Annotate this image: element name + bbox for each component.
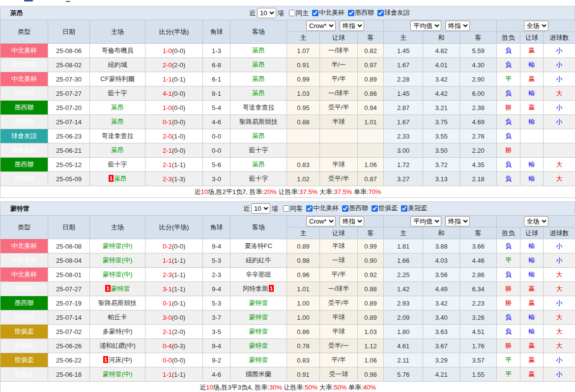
goals-result-cell: 大 [544, 339, 575, 353]
home-team-cell: 多蒙特(中) [90, 325, 145, 339]
avg-source-select[interactable]: 平均值 [410, 21, 441, 31]
league-checkbox[interactable] [348, 10, 354, 16]
rounds-select[interactable]: 10 [257, 8, 276, 18]
score-cell: 2-3(1-1) [145, 268, 203, 282]
away-team-cell: 蒙特雷 [230, 325, 287, 339]
same-venue-checkbox[interactable] [283, 205, 289, 212]
league-checkbox[interactable] [342, 205, 348, 212]
avg-away-cell: 2.90 [460, 72, 497, 86]
team-name-text: CF蒙特利爾 [100, 75, 134, 83]
team-name-text: 聖路易斯競技 [98, 299, 137, 307]
league-checkbox[interactable] [372, 205, 378, 212]
odds-away-cell: 1.01 [358, 115, 384, 129]
score-cell: 2-1(2-0) [145, 325, 203, 339]
summary-segment: 30% [269, 384, 282, 391]
corner-cell: 9-2 [203, 353, 230, 367]
matches-table-leon: 类型 日期 主场 比分(半场) 角球 客场 Crow* 终指 平均值 终指 全场 [0, 20, 575, 198]
rounds-select[interactable]: 10 [251, 203, 270, 214]
handicap-result-cell [520, 143, 544, 158]
same-venue-toggle[interactable]: 同主 [286, 9, 309, 18]
wdl-result-cell: 平 [497, 253, 520, 268]
handicap-result-cell: 輸 [520, 115, 544, 129]
summary-segment: 单率: [346, 384, 363, 391]
match-row: 中北美杯25-07-30CF蒙特利爾1-1(0-1)6-1萊昂0.99平/半0.… [0, 72, 575, 86]
odds-away-cell: 0.82 [358, 44, 384, 58]
date-cell: 25-08-04 [48, 253, 90, 268]
avg-draw-cell: 3.56 [423, 268, 460, 282]
league-filter-toggle[interactable]: 中北美杯 [303, 204, 339, 213]
league-checkbox[interactable] [306, 205, 313, 212]
odds-home-cell: 1.00 [287, 296, 320, 310]
handicap-result-cell: 赢 [520, 367, 544, 382]
halftime-score: (0-0) [172, 147, 185, 154]
avg-final-select[interactable]: 终指 [445, 216, 470, 226]
home-team-cell: 哥達拿查拉 [90, 129, 145, 143]
wdl-result-cell: 負 [497, 44, 520, 58]
col-goals: 进球数 [544, 227, 575, 239]
odds-home-cell: 0.86 [287, 325, 320, 339]
odds-source-select[interactable]: Crow* [306, 216, 336, 226]
away-team-cell: 紐約紅牛 [230, 253, 287, 268]
avg-source-select[interactable]: 平均值 [410, 216, 441, 226]
goals-result-cell: 小 [544, 353, 575, 367]
avg-home-cell: 2.93 [384, 296, 423, 310]
handicap-result-cell: 赢 [520, 282, 544, 296]
fulltime-score: 2-1 [163, 147, 172, 154]
corner-cell: 4-6 [203, 115, 230, 129]
team-name-text: 河床(中) [109, 356, 132, 364]
date-cell: 25-05-12 [48, 158, 90, 172]
match-row: 世俱盃25-06-18蒙特雷(中)1-1(1-1)4-6國際米蘭0.91受一球0… [0, 367, 575, 382]
summary-segment: 70% [369, 188, 381, 196]
wdl-result-cell: 負 [497, 129, 520, 143]
league-checkbox[interactable] [377, 10, 384, 16]
same-venue-toggle[interactable]: 同客 [280, 204, 303, 213]
goals-result-cell: 小 [544, 101, 575, 115]
league-type-cell: 墨西聯 [0, 172, 48, 186]
avg-away-cell: 6.00 [460, 86, 497, 101]
handicap-result-cell: 輸 [520, 58, 544, 72]
corner-cell: 5-6 [203, 158, 230, 172]
avg-home-cell: 1.42 [384, 282, 423, 296]
date-cell: 25-07-27 [48, 86, 90, 101]
odds-final-select[interactable]: 终指 [340, 216, 364, 226]
col-goals: 进球数 [544, 32, 575, 44]
rank-badge: 1 [109, 175, 114, 182]
league-filter-toggle[interactable]: 墨西聯 [345, 8, 374, 17]
team-name-text: 萊昂 [252, 161, 265, 168]
home-team-cell: 藍十字 [90, 158, 145, 172]
scope-select[interactable]: 全场 [524, 21, 548, 31]
scope-select[interactable]: 全场 [524, 216, 548, 226]
odds-final-select[interactable]: 终指 [340, 21, 364, 31]
col-home: 主场 [90, 20, 145, 44]
league-checkbox[interactable] [312, 10, 318, 16]
corner-cell: 4-6 [203, 367, 230, 382]
league-checkbox-label: 墨西聯 [349, 204, 368, 213]
fulltime-score: 1-1 [163, 76, 172, 83]
odds-handicap-cell: 半球 [320, 310, 358, 325]
corner-cell: 5-3 [203, 296, 230, 310]
avg-home-cell: 2.25 [384, 268, 423, 282]
league-filter-toggle[interactable]: 中北美杯 [309, 8, 345, 17]
league-filter-toggle[interactable]: 球會友誼 [374, 8, 410, 17]
odds-source-select[interactable]: Crow* [306, 21, 336, 31]
home-team-cell: 蒙特雷(中) [90, 268, 145, 282]
odds-handicap-cell: 半球 [320, 239, 358, 253]
league-checkbox[interactable] [401, 205, 407, 212]
odds-away-cell: 0.97 [358, 58, 384, 72]
halftime-score: (1-1) [172, 285, 185, 293]
avg-away-cell: 4.35 [460, 158, 497, 172]
col-date: 日期 [48, 216, 90, 239]
team-name-text: 萊昂 [252, 47, 265, 54]
league-filter-toggle[interactable]: 墨西聯 [339, 204, 368, 213]
avg-final-select[interactable]: 终指 [445, 21, 470, 31]
wdl-result-cell: 勝 [497, 101, 520, 115]
same-venue-checkbox[interactable] [289, 10, 295, 16]
league-filter-toggle[interactable]: 世俱盃 [368, 204, 398, 213]
league-filter-toggle[interactable]: 美冠盃 [398, 204, 427, 213]
score-cell: 3-1(1-1) [145, 282, 203, 296]
date-cell: 25-08-02 [48, 58, 90, 72]
avg-away-cell: 2.76 [460, 129, 497, 143]
handicap-result-cell: 赢 [520, 339, 544, 353]
col-avg-home: 主 [384, 32, 423, 44]
goals-result-cell: 小 [544, 115, 575, 129]
